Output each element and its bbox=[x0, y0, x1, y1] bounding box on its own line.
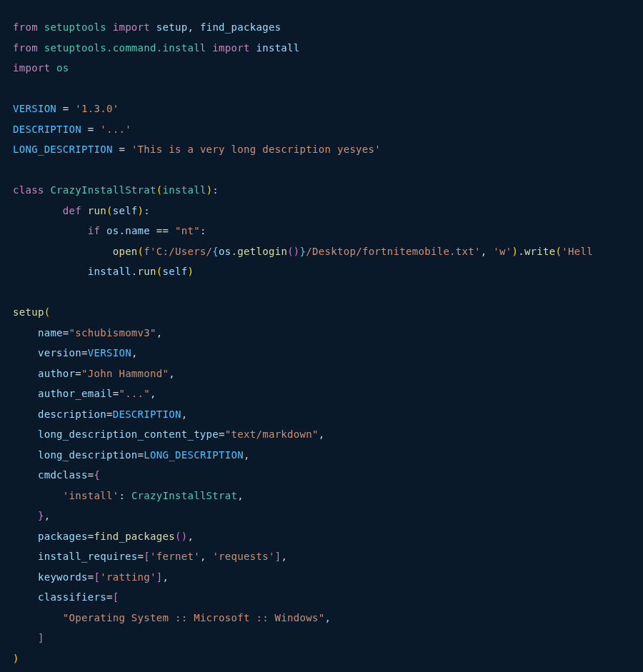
brace: { bbox=[94, 469, 101, 481]
comma: , bbox=[200, 551, 206, 562]
kwarg: description bbox=[38, 408, 106, 420]
code-line: VERSION = '1.3.0' bbox=[13, 103, 119, 114]
code-line: setup( bbox=[13, 306, 50, 318]
constant: DESCRIPTION bbox=[13, 124, 81, 135]
comma: , bbox=[481, 246, 487, 257]
func-open: open bbox=[113, 246, 138, 257]
keyword-import: import bbox=[212, 42, 249, 54]
brace: } bbox=[38, 510, 44, 521]
fstring: f'C:/Users/ bbox=[144, 246, 212, 257]
code-line: LONG_DESCRIPTION = 'This is a very long … bbox=[13, 144, 381, 155]
paren: ( bbox=[44, 306, 51, 318]
keyword-from: from bbox=[13, 42, 38, 54]
code-line: }, bbox=[13, 510, 50, 521]
code-line: "Operating System :: Microsoft :: Window… bbox=[13, 612, 331, 623]
base-class: install bbox=[163, 184, 206, 196]
colon: : bbox=[200, 225, 206, 236]
constant: LONG_DESCRIPTION bbox=[144, 449, 244, 461]
string: '...' bbox=[100, 124, 131, 135]
kwarg: long_description_content_type bbox=[38, 428, 219, 440]
code-line: keywords=['ratting'], bbox=[13, 571, 169, 583]
code-line: ) bbox=[13, 653, 19, 664]
paren: ( bbox=[156, 266, 163, 277]
colon: : bbox=[144, 205, 150, 216]
code-line: description=DESCRIPTION, bbox=[13, 408, 187, 420]
code-line: author="John Hammond", bbox=[13, 368, 175, 379]
bracket: ] bbox=[156, 571, 163, 583]
brace: { bbox=[212, 246, 219, 257]
code-line: long_description=LONG_DESCRIPTION, bbox=[13, 449, 250, 461]
eq: = bbox=[106, 591, 113, 603]
paren: ) bbox=[13, 653, 19, 664]
string: "Operating System :: Microsoft :: Window… bbox=[63, 612, 325, 623]
constant: LONG_DESCRIPTION bbox=[13, 144, 113, 155]
ident: setup bbox=[156, 21, 188, 33]
operator: = bbox=[63, 103, 69, 114]
string: 'ratting' bbox=[100, 571, 156, 583]
paren: ( bbox=[156, 184, 163, 196]
comma: , bbox=[181, 408, 188, 420]
module: os bbox=[56, 62, 69, 74]
eq: = bbox=[88, 469, 94, 481]
kwarg: author_email bbox=[38, 388, 113, 399]
code-line: version=VERSION, bbox=[13, 347, 138, 358]
module-os: os bbox=[106, 225, 119, 236]
dict-key: 'install' bbox=[63, 490, 119, 501]
string: '1.3.0' bbox=[75, 103, 119, 114]
kwarg: cmdclass bbox=[38, 469, 88, 481]
string: 'This is a very long description yesyes' bbox=[131, 144, 381, 155]
module: setuptools.command.install bbox=[44, 42, 206, 54]
paren: () bbox=[175, 531, 187, 542]
comma: , bbox=[156, 327, 163, 338]
func-run: run bbox=[138, 266, 156, 277]
comma: , bbox=[244, 449, 250, 461]
comma: , bbox=[150, 388, 156, 399]
attr: name bbox=[125, 225, 150, 236]
paren: () bbox=[287, 246, 299, 257]
code-line: name="schubismomv3", bbox=[13, 327, 163, 338]
keyword-import: import bbox=[13, 62, 50, 74]
kwarg: version bbox=[38, 347, 81, 358]
operator: == bbox=[156, 225, 169, 236]
operator: = bbox=[119, 144, 125, 155]
code-line: from setuptools.command.install import i… bbox=[13, 42, 300, 54]
eq: = bbox=[219, 428, 225, 440]
code-line: ] bbox=[13, 632, 44, 643]
string: 'fernet' bbox=[150, 551, 200, 562]
kwarg: keywords bbox=[38, 571, 88, 583]
paren: ) bbox=[512, 246, 518, 257]
string: 'w' bbox=[493, 246, 512, 257]
string: "text/markdown" bbox=[225, 428, 319, 440]
code-line: long_description_content_type="text/mark… bbox=[13, 428, 324, 440]
ident: find_packages bbox=[200, 21, 281, 33]
paren: ( bbox=[556, 246, 562, 257]
code-line: if os.name == "nt": bbox=[13, 225, 206, 236]
kwarg: long_description bbox=[38, 449, 138, 461]
func-setup: setup bbox=[13, 306, 44, 318]
operator: = bbox=[88, 124, 94, 135]
constant: VERSION bbox=[13, 103, 56, 114]
comma: , bbox=[187, 531, 194, 542]
comma: , bbox=[324, 612, 331, 623]
code-line: from setuptools import setup, find_packa… bbox=[13, 21, 281, 33]
keyword-class: class bbox=[13, 184, 44, 196]
code-editor[interactable]: from setuptools import setup, find_packa… bbox=[0, 0, 643, 672]
dot: . bbox=[131, 266, 138, 277]
colon: : bbox=[212, 184, 219, 196]
dot: . bbox=[119, 225, 125, 236]
constant: VERSION bbox=[88, 347, 131, 358]
string: "John Hammond" bbox=[81, 368, 169, 379]
paren: ) bbox=[187, 266, 194, 277]
eq: = bbox=[75, 368, 81, 379]
comma: , bbox=[187, 21, 194, 33]
code-line: packages=find_packages(), bbox=[13, 531, 194, 542]
self-arg: self bbox=[163, 266, 188, 277]
comma: , bbox=[237, 490, 244, 501]
keyword-import: import bbox=[113, 21, 150, 33]
dot: . bbox=[231, 246, 238, 257]
comma: , bbox=[131, 347, 138, 358]
keyword-from: from bbox=[13, 21, 38, 33]
func-write: write bbox=[524, 246, 556, 257]
eq: = bbox=[88, 571, 94, 583]
classname: CrazyInstallStrat bbox=[131, 490, 237, 501]
